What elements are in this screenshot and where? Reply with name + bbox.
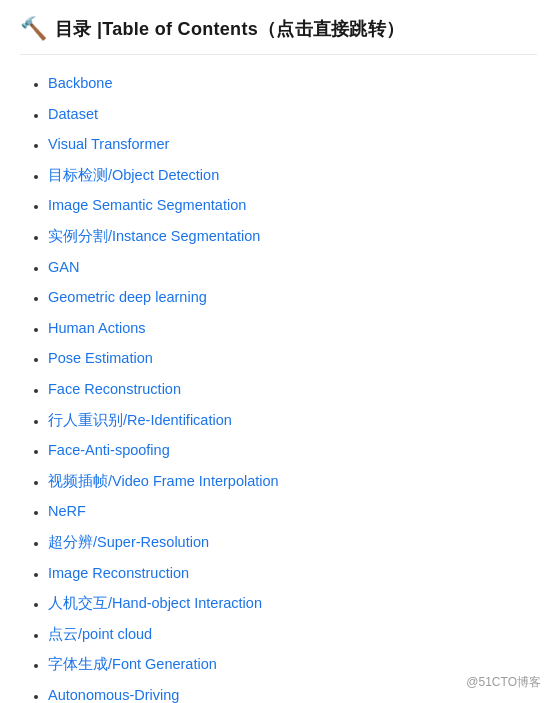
item-pose-estimation[interactable]: Pose Estimation: [48, 348, 537, 369]
item-super-resolution-link[interactable]: 超分辨/Super-Resolution: [48, 534, 209, 550]
item-object-detection-link[interactable]: 目标检测/Object Detection: [48, 167, 219, 183]
page-title: 目录 |Table of Contents（点击直接跳转）: [55, 17, 404, 41]
item-hand-object-interaction-link[interactable]: 人机交互/Hand-object Interaction: [48, 595, 262, 611]
item-backbone-link[interactable]: Backbone: [48, 75, 113, 91]
item-font-generation[interactable]: 字体生成/Font Generation: [48, 654, 537, 675]
item-instance-segmentation[interactable]: 实例分割/Instance Segmentation: [48, 226, 537, 247]
item-object-detection[interactable]: 目标检测/Object Detection: [48, 165, 537, 186]
item-gan[interactable]: GAN: [48, 257, 537, 278]
item-font-generation-link[interactable]: 字体生成/Font Generation: [48, 656, 217, 672]
toc-list: BackboneDatasetVisual Transformer目标检测/Ob…: [20, 73, 537, 703]
item-image-semantic-segmentation[interactable]: Image Semantic Segmentation: [48, 195, 537, 216]
watermark: @51CTO博客: [466, 674, 541, 691]
item-re-identification-link[interactable]: 行人重识别/Re-Identification: [48, 412, 232, 428]
item-video-frame-interpolation-link[interactable]: 视频插帧/Video Frame Interpolation: [48, 473, 279, 489]
item-visual-transformer-link[interactable]: Visual Transformer: [48, 136, 169, 152]
item-gan-link[interactable]: GAN: [48, 259, 79, 275]
item-backbone[interactable]: Backbone: [48, 73, 537, 94]
item-human-actions[interactable]: Human Actions: [48, 318, 537, 339]
item-image-semantic-segmentation-link[interactable]: Image Semantic Segmentation: [48, 197, 246, 213]
item-pose-estimation-link[interactable]: Pose Estimation: [48, 350, 153, 366]
item-geometric-deep-learning[interactable]: Geometric deep learning: [48, 287, 537, 308]
hammer-icon: 🔨: [20, 16, 47, 42]
item-autonomous-driving-link[interactable]: Autonomous-Driving: [48, 687, 179, 703]
item-nerf-link[interactable]: NeRF: [48, 503, 86, 519]
item-human-actions-link[interactable]: Human Actions: [48, 320, 146, 336]
item-point-cloud[interactable]: 点云/point cloud: [48, 624, 537, 645]
item-re-identification[interactable]: 行人重识别/Re-Identification: [48, 410, 537, 431]
item-dataset[interactable]: Dataset: [48, 104, 537, 125]
item-face-anti-spoofing-link[interactable]: Face-Anti-spoofing: [48, 442, 170, 458]
item-nerf[interactable]: NeRF: [48, 501, 537, 522]
item-face-anti-spoofing[interactable]: Face-Anti-spoofing: [48, 440, 537, 461]
item-video-frame-interpolation[interactable]: 视频插帧/Video Frame Interpolation: [48, 471, 537, 492]
item-dataset-link[interactable]: Dataset: [48, 106, 98, 122]
item-visual-transformer[interactable]: Visual Transformer: [48, 134, 537, 155]
page-header: 🔨 目录 |Table of Contents（点击直接跳转）: [20, 16, 537, 55]
item-image-reconstruction-link[interactable]: Image Reconstruction: [48, 565, 189, 581]
item-point-cloud-link[interactable]: 点云/point cloud: [48, 626, 152, 642]
item-hand-object-interaction[interactable]: 人机交互/Hand-object Interaction: [48, 593, 537, 614]
item-autonomous-driving[interactable]: Autonomous-Driving: [48, 685, 537, 703]
item-face-reconstruction[interactable]: Face Reconstruction: [48, 379, 537, 400]
item-geometric-deep-learning-link[interactable]: Geometric deep learning: [48, 289, 207, 305]
item-super-resolution[interactable]: 超分辨/Super-Resolution: [48, 532, 537, 553]
item-instance-segmentation-link[interactable]: 实例分割/Instance Segmentation: [48, 228, 260, 244]
item-image-reconstruction[interactable]: Image Reconstruction: [48, 563, 537, 584]
item-face-reconstruction-link[interactable]: Face Reconstruction: [48, 381, 181, 397]
